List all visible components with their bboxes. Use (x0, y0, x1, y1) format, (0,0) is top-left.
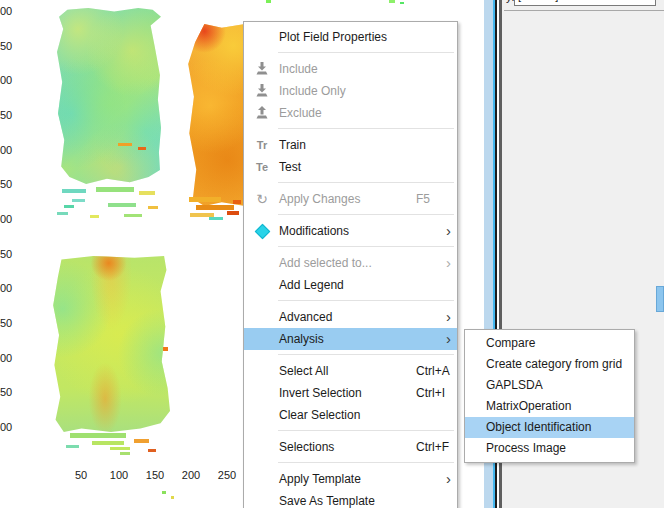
submenu-item-compare[interactable]: Compare (465, 333, 634, 354)
menu-item-save-as-template[interactable]: Save As Template (244, 490, 457, 508)
menu-item-apply-template[interactable]: Apply Template › (244, 468, 457, 490)
include-only-icon (252, 80, 272, 102)
plot-speck (124, 214, 142, 217)
menu-item-include-only[interactable]: Include Only (244, 80, 457, 102)
analysis-submenu: Compare Create category from grid GAPLSD… (464, 329, 635, 463)
plot-speck (70, 433, 126, 438)
plot-speck (92, 441, 124, 445)
menu-item-label: Exclude (279, 106, 322, 120)
plot-speck (120, 452, 130, 455)
submenu-item-label: Object Identification (486, 420, 591, 434)
plot-speck (148, 449, 156, 452)
y-tick-label: 00 (0, 213, 22, 226)
submenu-item-label: Create category from grid (486, 357, 622, 371)
menu-item-train[interactable]: Tr Train (244, 134, 457, 156)
menu-item-select-all[interactable]: Select All Ctrl+A (244, 360, 457, 382)
menu-item-label: Modifications (279, 224, 349, 238)
submenu-arrow-icon: › (446, 468, 451, 489)
menu-separator (278, 430, 454, 431)
menu-separator (278, 246, 454, 247)
plot-speck (163, 347, 168, 351)
plot-speck (72, 199, 85, 202)
menu-separator (278, 300, 454, 301)
combobox-value: [LABEL] (518, 0, 558, 2)
menu-item-label: Invert Selection (279, 386, 362, 400)
menu-item-plot-field-properties[interactable]: Plot Field Properties (244, 26, 457, 48)
menu-separator (278, 462, 454, 463)
submenu-item-object-identification[interactable]: Object Identification (465, 417, 634, 438)
chevron-down-icon[interactable]: ▾ (647, 0, 652, 1)
sample-image-top-right[interactable] (187, 24, 245, 206)
submenu-arrow-icon: › (446, 306, 451, 327)
include-icon (252, 58, 272, 80)
menu-item-label: Add Legend (279, 278, 344, 292)
plot-speck (134, 439, 149, 443)
sample-image-bottom[interactable] (52, 256, 170, 432)
plot-speck (96, 187, 134, 192)
y-tick-label: 50 (0, 40, 22, 53)
menu-item-exclude[interactable]: Exclude (244, 102, 457, 124)
submenu-item-process-image[interactable]: Process Image (465, 438, 634, 459)
plot-speck (108, 203, 136, 207)
refresh-icon-glyph: ↻ (256, 191, 268, 207)
plot-speck (209, 217, 223, 220)
y-tick-label: 00 (0, 352, 22, 365)
submenu-item-label: Process Image (486, 441, 566, 455)
sample-image-top-left[interactable] (57, 8, 161, 184)
menu-item-label: Select All (279, 364, 328, 378)
menu-item-apply-changes[interactable]: ↻ Apply Changes F5 (244, 188, 457, 210)
y-tick-label: 50 (0, 248, 22, 261)
menu-separator (278, 354, 454, 355)
context-menu: Plot Field Properties Include Include On… (243, 21, 458, 508)
plot-speck (66, 445, 79, 448)
menu-item-clear-selection[interactable]: Clear Selection (244, 404, 457, 426)
submenu-item-label: MatrixOperation (486, 399, 571, 413)
menu-item-shortcut: Ctrl+I (416, 382, 445, 404)
menu-item-add-selected-to[interactable]: Add selected to... › (244, 252, 457, 274)
app-window: 00 50 00 50 00 50 00 50 00 50 00 50 00 5… (0, 0, 664, 508)
refresh-icon: ↻ (252, 188, 272, 210)
menu-item-add-legend[interactable]: Add Legend (244, 274, 457, 296)
x-tick-label: 50 (66, 469, 96, 482)
submenu-item-gaplsda[interactable]: GAPLSDA (465, 375, 634, 396)
menu-item-label: Save As Template (279, 494, 375, 508)
plot-speck (189, 197, 221, 202)
plot-speck (62, 189, 86, 193)
submenu-item-create-category-from-grid[interactable]: Create category from grid (465, 354, 634, 375)
plot-speck (400, 2, 404, 4)
plot-speck (138, 147, 146, 150)
menu-item-test[interactable]: Te Test (244, 156, 457, 178)
menu-item-label: Apply Template (279, 472, 361, 486)
plot-speck (389, 0, 395, 3)
menu-item-modifications[interactable]: Modifications › (244, 220, 457, 242)
plot-speck (196, 205, 234, 210)
test-icon-text: Te (256, 161, 268, 173)
menu-separator (278, 214, 454, 215)
menu-item-analysis[interactable]: Analysis › (244, 328, 457, 350)
submenu-item-label: GAPLSDA (486, 378, 543, 392)
menu-item-selections[interactable]: Selections Ctrl+F (244, 436, 457, 458)
menu-item-include[interactable]: Include (244, 58, 457, 80)
panel-separator (504, 10, 664, 11)
submenu-item-matrixoperation[interactable]: MatrixOperation (465, 396, 634, 417)
menu-item-advanced[interactable]: Advanced › (244, 306, 457, 328)
train-icon-text: Tr (257, 139, 267, 151)
menu-item-shortcut: Ctrl+F (416, 436, 449, 458)
menu-separator (278, 128, 454, 129)
x-tick-label: 250 (212, 469, 242, 482)
menu-item-label: Include Only (279, 84, 346, 98)
y-tick-label: 00 (0, 5, 22, 18)
y-tick-label: 00 (0, 144, 22, 157)
plot-speck (110, 447, 130, 450)
exclude-icon (252, 102, 272, 124)
x-tick-label: 150 (140, 469, 170, 482)
menu-item-shortcut: Ctrl+A (416, 360, 450, 382)
plot-speck (64, 205, 74, 208)
plot-speck (139, 191, 155, 195)
menu-item-label: Include (279, 62, 318, 76)
x-tick-label: 100 (104, 469, 134, 482)
menu-item-invert-selection[interactable]: Invert Selection Ctrl+I (244, 382, 457, 404)
label-combobox[interactable]: [LABEL] ▾ (514, 0, 656, 6)
plot-speck (148, 206, 158, 209)
scrollbar-thumb[interactable] (656, 286, 664, 312)
